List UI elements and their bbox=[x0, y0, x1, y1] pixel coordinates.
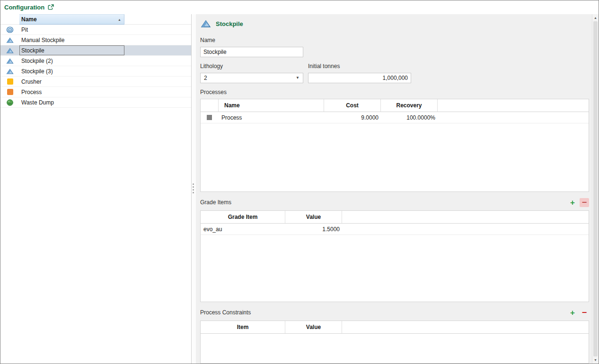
open-in-new-window-icon[interactable] bbox=[48, 4, 54, 10]
column-header-filler bbox=[342, 211, 589, 223]
column-header-recovery[interactable]: Recovery bbox=[381, 99, 438, 112]
list-item-label: Process bbox=[19, 87, 124, 97]
sort-ascending-icon: ▲ bbox=[118, 18, 121, 21]
process-constraints-table-body bbox=[201, 334, 589, 363]
lithology-select[interactable]: 2 ▼ bbox=[200, 73, 303, 83]
chevron-down-icon: ▼ bbox=[296, 76, 300, 80]
crusher-icon bbox=[0, 77, 19, 87]
list-item-stockpile-2[interactable]: Stockpile (2) bbox=[0, 56, 191, 66]
waste-dump-icon bbox=[0, 97, 19, 107]
list-item-label: Crusher bbox=[19, 77, 124, 87]
process-name-cell: Process bbox=[219, 112, 324, 123]
name-column-label: Name bbox=[21, 16, 37, 23]
header-filler bbox=[124, 14, 191, 25]
list-item-crusher[interactable]: Crusher bbox=[0, 77, 191, 87]
row-filler bbox=[124, 45, 191, 55]
row-filler bbox=[124, 66, 191, 76]
scroll-up-icon[interactable]: ▲ bbox=[592, 14, 599, 21]
grade-item-row-filler bbox=[342, 224, 589, 234]
detail-header: Stockpile bbox=[200, 18, 589, 29]
column-header-filler bbox=[438, 99, 589, 112]
add-process-constraint-button[interactable]: + bbox=[568, 308, 577, 317]
stockpile-detail-panel: Stockpile Name Lithology 2 ▼ Initial ton… bbox=[196, 14, 592, 364]
list-item-stockpile-selected[interactable]: Stockpile bbox=[0, 45, 191, 56]
stockpile-icon bbox=[200, 18, 211, 29]
scrollbar-thumb[interactable] bbox=[593, 21, 598, 356]
title-bar: Configuration bbox=[0, 0, 599, 14]
list-item-waste-dump[interactable]: Waste Dump bbox=[0, 97, 191, 108]
column-header-name[interactable]: Name bbox=[219, 99, 324, 112]
remove-process-constraint-button[interactable]: − bbox=[580, 308, 589, 317]
configuration-window: Configuration Name ▲ bbox=[0, 0, 599, 364]
page-title: Configuration bbox=[4, 4, 44, 11]
process-constraints-section-header: Process Constraints + − bbox=[200, 308, 589, 317]
stockpile-icon bbox=[0, 56, 19, 66]
grade-item-row[interactable]: evo_au 1.5000 bbox=[201, 224, 589, 235]
process-row[interactable]: Process 9.0000 100.0000% bbox=[201, 112, 589, 123]
name-column-header[interactable]: Name ▲ bbox=[19, 14, 124, 25]
process-recovery-cell: 100.0000% bbox=[381, 112, 438, 123]
stockpile-icon bbox=[0, 35, 19, 45]
column-header-value[interactable]: Value bbox=[285, 211, 342, 223]
row-filler bbox=[124, 87, 191, 97]
name-input[interactable] bbox=[200, 47, 303, 57]
grade-item-value-cell: 1.5000 bbox=[285, 224, 342, 234]
list-item-label: Waste Dump bbox=[19, 97, 124, 107]
processes-table-header: Name Cost Recovery bbox=[201, 99, 589, 112]
checkbox-column-header bbox=[201, 99, 219, 112]
pit-icon bbox=[0, 25, 19, 35]
list-item-label: Stockpile (2) bbox=[19, 56, 124, 66]
processes-label: Processes bbox=[200, 89, 589, 95]
main-content: Name ▲ Pit Manual Stockpile bbox=[0, 14, 599, 364]
list-item-label: Pit bbox=[19, 25, 124, 35]
list-item-stockpile-3[interactable]: Stockpile (3) bbox=[0, 66, 191, 77]
process-constraints-table: Item Value bbox=[200, 321, 589, 364]
list-item-manual-stockpile[interactable]: Manual Stockpile bbox=[0, 35, 191, 45]
vertical-scrollbar[interactable]: ▲ ▼ bbox=[592, 14, 599, 364]
row-filler bbox=[124, 97, 191, 107]
panel-splitter[interactable] bbox=[192, 14, 196, 364]
icon-column-header bbox=[0, 14, 19, 25]
lithology-selected-value: 2 bbox=[204, 75, 207, 81]
row-filler bbox=[124, 25, 191, 35]
list-item-label: Stockpile (3) bbox=[19, 66, 124, 76]
grade-items-label: Grade Items bbox=[200, 199, 231, 206]
stockpile-icon bbox=[0, 45, 19, 55]
row-filler bbox=[124, 77, 191, 87]
column-header-filler bbox=[342, 321, 589, 333]
process-constraints-label: Process Constraints bbox=[200, 309, 251, 316]
grade-items-table: Grade Item Value evo_au 1.5000 bbox=[200, 210, 589, 302]
processes-table: Name Cost Recovery Process 9.0000 100.00… bbox=[200, 99, 589, 192]
name-field-label: Name bbox=[200, 37, 589, 43]
row-filler bbox=[124, 56, 191, 66]
add-grade-item-button[interactable]: + bbox=[568, 198, 577, 207]
column-header-item[interactable]: Item bbox=[201, 321, 285, 333]
stockpile-icon bbox=[0, 66, 19, 76]
grade-items-section-header: Grade Items + − bbox=[200, 198, 589, 207]
list-header: Name ▲ bbox=[0, 14, 191, 25]
lithology-label: Lithology bbox=[200, 63, 303, 69]
column-header-cost[interactable]: Cost bbox=[324, 99, 381, 112]
initial-tonnes-input[interactable] bbox=[308, 73, 411, 83]
list-item-label: Manual Stockpile bbox=[19, 35, 124, 45]
list-item-process[interactable]: Process bbox=[0, 87, 191, 97]
column-header-grade-item[interactable]: Grade Item bbox=[201, 211, 285, 223]
configuration-list-panel: Name ▲ Pit Manual Stockpile bbox=[0, 14, 192, 364]
row-filler bbox=[124, 35, 191, 45]
remove-grade-item-button[interactable]: − bbox=[580, 198, 589, 207]
list-item-label: Stockpile bbox=[19, 45, 124, 55]
scroll-down-icon[interactable]: ▼ bbox=[592, 356, 599, 364]
grade-item-name-cell: evo_au bbox=[201, 224, 285, 234]
processes-table-body bbox=[201, 123, 589, 191]
process-constraints-table-header: Item Value bbox=[201, 321, 589, 334]
list-item-pit[interactable]: Pit bbox=[0, 25, 191, 35]
initial-tonnes-label: Initial tonnes bbox=[308, 63, 411, 69]
column-header-value[interactable]: Value bbox=[285, 321, 342, 333]
grade-items-table-body bbox=[201, 235, 589, 302]
process-checkbox[interactable] bbox=[207, 115, 212, 120]
process-row-filler bbox=[438, 112, 589, 123]
detail-title: Stockpile bbox=[216, 20, 243, 27]
grade-items-table-header: Grade Item Value bbox=[201, 211, 589, 224]
splitter-grip-icon bbox=[193, 183, 194, 193]
process-icon bbox=[0, 87, 19, 97]
